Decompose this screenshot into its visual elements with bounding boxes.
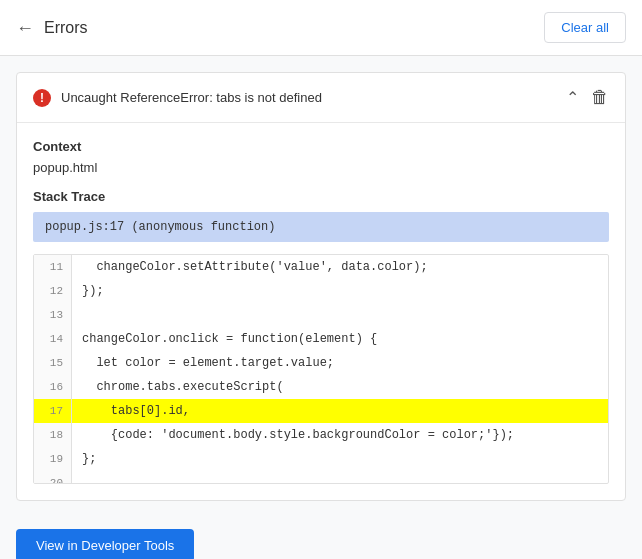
line-content	[72, 471, 92, 484]
line-content: {code: 'document.body.style.backgroundCo…	[72, 423, 524, 447]
line-content	[72, 303, 92, 327]
line-content: };	[72, 447, 106, 471]
error-message: Uncaught ReferenceError: tabs is not def…	[61, 90, 322, 105]
code-line: 16 chrome.tabs.executeScript(	[34, 375, 608, 399]
code-line: 12});	[34, 279, 608, 303]
line-number: 18	[34, 423, 72, 447]
code-line: 11 changeColor.setAttribute('value', dat…	[34, 255, 608, 279]
line-content: changeColor.setAttribute('value', data.c…	[72, 255, 438, 279]
line-number: 14	[34, 327, 72, 351]
code-block[interactable]: 11 changeColor.setAttribute('value', dat…	[33, 254, 609, 484]
context-label: Context	[33, 139, 609, 154]
main-content: ! Uncaught ReferenceError: tabs is not d…	[0, 56, 642, 517]
code-line: 17 tabs[0].id,	[34, 399, 608, 423]
line-number: 12	[34, 279, 72, 303]
code-line: 15 let color = element.target.value;	[34, 351, 608, 375]
header-left: ← Errors	[16, 19, 88, 37]
code-line: 18 {code: 'document.body.style.backgroun…	[34, 423, 608, 447]
line-content: chrome.tabs.executeScript(	[72, 375, 294, 399]
context-value: popup.html	[33, 160, 609, 175]
line-number: 16	[34, 375, 72, 399]
view-tools-button[interactable]: View in Developer Tools	[16, 529, 194, 559]
delete-icon[interactable]: 🗑	[591, 87, 609, 108]
line-content: changeColor.onclick = function(element) …	[72, 327, 387, 351]
line-number: 11	[34, 255, 72, 279]
clear-all-button[interactable]: Clear all	[544, 12, 626, 43]
stack-trace-label: Stack Trace	[33, 189, 609, 204]
code-line: 19};	[34, 447, 608, 471]
code-line: 13	[34, 303, 608, 327]
error-body: Context popup.html Stack Trace popup.js:…	[17, 123, 625, 484]
error-header: ! Uncaught ReferenceError: tabs is not d…	[17, 73, 625, 123]
collapse-icon[interactable]: ⌃	[566, 88, 579, 107]
line-number: 15	[34, 351, 72, 375]
line-content: let color = element.target.value;	[72, 351, 344, 375]
page-title: Errors	[44, 19, 88, 37]
line-content: });	[72, 279, 114, 303]
code-line: 14changeColor.onclick = function(element…	[34, 327, 608, 351]
line-number: 20	[34, 471, 72, 484]
header: ← Errors Clear all	[0, 0, 642, 56]
line-content: tabs[0].id,	[72, 399, 200, 423]
line-number: 13	[34, 303, 72, 327]
line-number: 19	[34, 447, 72, 471]
stack-trace-entry: popup.js:17 (anonymous function)	[33, 212, 609, 242]
line-number: 17	[34, 399, 72, 423]
error-header-right: ⌃ 🗑	[566, 87, 609, 108]
error-icon: !	[33, 89, 51, 107]
code-line: 20	[34, 471, 608, 484]
footer: View in Developer Tools	[0, 517, 642, 559]
back-button[interactable]: ←	[16, 19, 34, 37]
error-card: ! Uncaught ReferenceError: tabs is not d…	[16, 72, 626, 501]
error-header-left: ! Uncaught ReferenceError: tabs is not d…	[33, 89, 322, 107]
